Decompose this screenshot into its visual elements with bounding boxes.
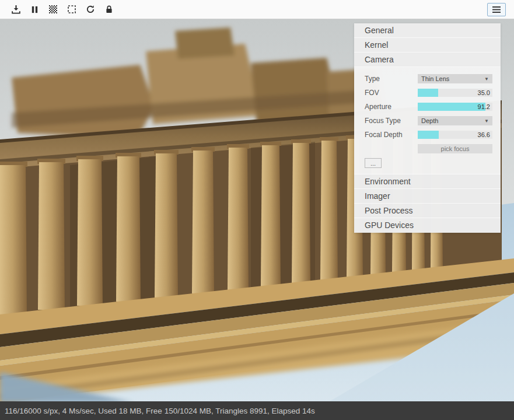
focal-depth-slider[interactable]: 36.6 bbox=[418, 131, 492, 139]
focus-type-value: Depth bbox=[421, 117, 438, 124]
fov-row: FOV 35.0 bbox=[365, 86, 492, 100]
camera-type-row: Type Thin Lens ▼ bbox=[365, 72, 492, 86]
section-imager[interactable]: Imager bbox=[354, 189, 501, 204]
focal-depth-slider-fill bbox=[418, 131, 439, 139]
lock-button[interactable] bbox=[102, 2, 117, 16]
aperture-label: Aperture bbox=[365, 103, 391, 111]
download-icon bbox=[11, 5, 21, 15]
render-viewport[interactable]: General Kernel Camera Type Thin Lens ▼ F… bbox=[0, 19, 514, 401]
restart-render-button[interactable] bbox=[83, 2, 98, 16]
fov-slider[interactable]: 35.0 bbox=[418, 89, 492, 97]
section-camera[interactable]: Camera bbox=[354, 52, 501, 67]
focal-depth-row: Focal Depth 36.6 bbox=[365, 128, 492, 142]
pick-focus-row: pick focus bbox=[365, 142, 492, 156]
section-kernel[interactable]: Kernel bbox=[354, 38, 501, 52]
download-button[interactable] bbox=[8, 2, 23, 16]
selection-region-icon bbox=[67, 5, 76, 14]
pause-button[interactable] bbox=[27, 2, 42, 16]
dither-grid-icon bbox=[48, 5, 58, 14]
section-gpu-devices[interactable]: GPU Devices bbox=[354, 218, 501, 233]
restart-render-icon bbox=[86, 5, 95, 14]
menu-button[interactable] bbox=[487, 3, 506, 16]
more-options-button[interactable]: ... bbox=[365, 158, 382, 168]
section-general[interactable]: General bbox=[354, 23, 501, 38]
pause-icon bbox=[30, 5, 39, 14]
render-stats-text: 116/16000 s/px, 4 Ms/sec, Used 18 MB, Fr… bbox=[5, 407, 315, 415]
focal-depth-label: Focal Depth bbox=[365, 131, 403, 139]
region-select-button[interactable] bbox=[64, 2, 79, 16]
dither-button[interactable] bbox=[46, 2, 61, 16]
camera-type-value: Thin Lens bbox=[421, 75, 449, 82]
lock-icon bbox=[104, 5, 114, 14]
chevron-down-icon: ▼ bbox=[484, 118, 489, 124]
camera-type-label: Type bbox=[365, 75, 380, 83]
menu-icon bbox=[492, 6, 501, 13]
aperture-row: Aperture 91.2 bbox=[365, 100, 492, 114]
aperture-value: 91.2 bbox=[478, 103, 490, 111]
focal-depth-value: 36.6 bbox=[478, 131, 490, 139]
settings-panel: General Kernel Camera Type Thin Lens ▼ F… bbox=[354, 23, 501, 233]
fov-slider-fill bbox=[418, 89, 438, 97]
fov-label: FOV bbox=[365, 89, 379, 97]
toolbar bbox=[0, 0, 514, 19]
focus-type-select[interactable]: Depth ▼ bbox=[418, 116, 492, 125]
aperture-slider-fill bbox=[418, 103, 485, 111]
pick-focus-button[interactable]: pick focus bbox=[418, 144, 492, 153]
aperture-slider[interactable]: 91.2 bbox=[418, 103, 492, 111]
more-row: ... bbox=[365, 156, 492, 168]
focus-type-row: Focus Type Depth ▼ bbox=[365, 114, 492, 128]
focus-type-label: Focus Type bbox=[365, 117, 401, 125]
app-window: General Kernel Camera Type Thin Lens ▼ F… bbox=[0, 0, 514, 420]
chevron-down-icon: ▼ bbox=[484, 76, 489, 82]
status-bar: 116/16000 s/px, 4 Ms/sec, Used 18 MB, Fr… bbox=[0, 401, 514, 420]
section-environment[interactable]: Environment bbox=[354, 174, 501, 189]
camera-type-select[interactable]: Thin Lens ▼ bbox=[418, 74, 492, 83]
fov-value: 35.0 bbox=[478, 89, 490, 97]
camera-settings: Type Thin Lens ▼ FOV 35.0 Apertur bbox=[354, 67, 501, 174]
section-post-process[interactable]: Post Process bbox=[354, 204, 501, 218]
